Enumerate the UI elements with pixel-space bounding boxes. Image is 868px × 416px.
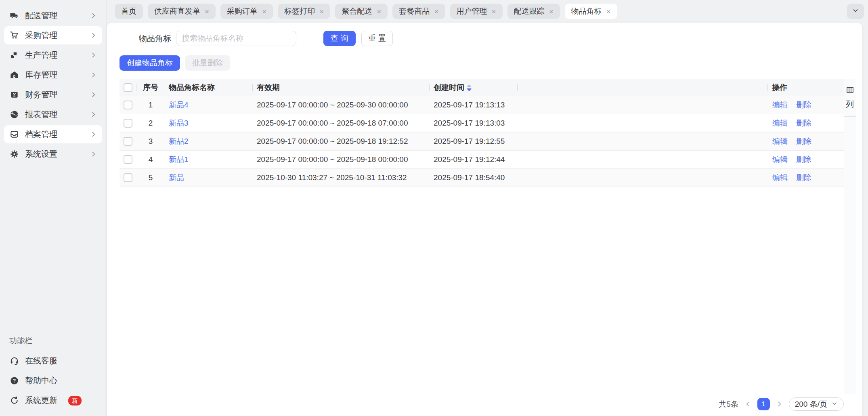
close-icon[interactable]: × — [205, 8, 209, 15]
tab-combo-products[interactable]: 套餐商品 × — [392, 4, 445, 19]
column-settings-label[interactable]: 列 — [846, 99, 854, 110]
row-validity: 2025-09-17 00:00:00 ~ 2025-09-18 00:00:0… — [253, 151, 430, 168]
tab-purchase-order[interactable]: 采购订单 × — [220, 4, 273, 19]
edit-link[interactable]: 编辑 — [772, 154, 788, 165]
tab-label: 聚合配送 — [342, 6, 372, 17]
item-name-link[interactable]: 新品3 — [169, 118, 189, 128]
item-name-link[interactable]: 新品1 — [169, 154, 189, 165]
row-ops: 编辑 删除 — [768, 169, 844, 187]
sidebar-item-online-service[interactable]: 在线客服 — [4, 352, 102, 370]
sidebar-item-production[interactable]: 生产管理 — [4, 46, 102, 64]
row-created: 2025-09-17 19:13:03 — [430, 114, 518, 132]
chevron-down-icon — [852, 7, 859, 16]
search-input[interactable] — [176, 31, 296, 46]
header-created-label: 创建时间 — [434, 82, 464, 93]
header-index: 序号 — [136, 79, 165, 96]
row-checkbox[interactable] — [124, 119, 132, 128]
sort-asc-icon[interactable] — [467, 84, 472, 87]
sidebar-item-delivery[interactable]: 配送管理 — [4, 6, 102, 25]
close-icon[interactable]: × — [434, 8, 438, 15]
header-blank — [518, 79, 768, 96]
sidebar-item-reports[interactable]: 报表管理 — [4, 105, 102, 124]
row-checkbox-cell — [120, 151, 136, 168]
next-page-button[interactable] — [776, 401, 783, 408]
sidebar-item-settings[interactable]: 系统设置 — [4, 145, 102, 163]
close-icon[interactable]: × — [377, 8, 381, 15]
item-name-link[interactable]: 新品2 — [169, 136, 189, 147]
edit-link[interactable]: 编辑 — [772, 100, 788, 110]
select-all-checkbox[interactable] — [124, 83, 132, 92]
edit-link[interactable]: 编辑 — [772, 136, 788, 147]
sort-desc-icon[interactable] — [467, 88, 472, 91]
query-button[interactable]: 查询 — [323, 31, 356, 46]
sidebar-item-label: 财务管理 — [25, 89, 57, 100]
sidebar-item-inventory[interactable]: 库存管理 — [4, 66, 102, 84]
tab-aggregate-delivery[interactable]: 聚合配送 × — [335, 4, 388, 19]
row-blank — [518, 169, 768, 187]
page-size-select[interactable]: 200 条/页 — [789, 397, 844, 411]
delete-link[interactable]: 删除 — [796, 100, 811, 110]
chevron-right-icon — [90, 131, 97, 138]
row-ops: 编辑 删除 — [768, 132, 844, 150]
edit-link[interactable]: 编辑 — [772, 172, 788, 183]
chevron-right-icon — [90, 151, 97, 158]
function-bar-title: 功能栏 — [4, 336, 102, 346]
columns-icon[interactable] — [846, 86, 854, 96]
archive-icon — [9, 130, 19, 139]
money-icon — [9, 90, 19, 100]
sidebar-item-help-center[interactable]: ? 帮助中心 — [4, 372, 102, 390]
row-blank — [518, 151, 768, 168]
sidebar-item-finance[interactable]: 财务管理 — [4, 86, 102, 104]
close-icon[interactable]: × — [492, 8, 496, 15]
main-panel: 物品角标 查询 重置 创建物品角标 批量删除 序号 物品角标名称 有效期 创建时… — [107, 23, 862, 416]
row-checkbox[interactable] — [124, 173, 132, 182]
chevron-right-icon — [90, 91, 97, 98]
close-icon[interactable]: × — [606, 8, 611, 15]
row-blank — [518, 114, 768, 132]
tab-home[interactable]: 首页 — [115, 4, 143, 19]
tabbar-collapse-button[interactable] — [847, 4, 864, 19]
row-checkbox[interactable] — [124, 137, 132, 146]
close-icon[interactable]: × — [549, 8, 554, 15]
sidebar-item-label: 报表管理 — [25, 109, 57, 120]
chevron-right-icon — [90, 71, 97, 78]
sort-control[interactable] — [467, 84, 472, 91]
tab-item-badge[interactable]: 物品角标 × — [565, 4, 617, 19]
tab-bar: 首页 供应商直发单 × 采购订单 × 标签打印 × 聚合配送 × 套餐商品 × … — [107, 0, 868, 23]
batch-delete-button[interactable]: 批量删除 — [185, 55, 230, 71]
sidebar-item-purchase[interactable]: 采购管理 — [4, 26, 102, 44]
table-row: 2 新品3 2025-09-17 00:00:00 ~ 2025-09-18 0… — [120, 114, 844, 132]
tab-supplier-direct-order[interactable]: 供应商直发单 × — [148, 4, 216, 19]
item-name-link[interactable]: 新品4 — [169, 100, 189, 110]
row-checkbox-cell — [120, 169, 136, 187]
delete-link[interactable]: 删除 — [796, 154, 811, 165]
item-name-link[interactable]: 新品 — [169, 172, 184, 183]
tab-label-print[interactable]: 标签打印 × — [278, 4, 330, 19]
sidebar-item-label: 系统设置 — [25, 149, 57, 160]
sidebar-item-system-update[interactable]: 系统更新 新 — [4, 391, 102, 410]
row-index: 1 — [136, 96, 165, 114]
row-checkbox[interactable] — [124, 101, 132, 109]
delete-link[interactable]: 删除 — [796, 136, 811, 147]
close-icon[interactable]: × — [262, 8, 266, 15]
close-icon[interactable]: × — [319, 8, 324, 15]
row-checkbox[interactable] — [124, 155, 132, 164]
delete-link[interactable]: 删除 — [796, 172, 811, 183]
delete-link[interactable]: 删除 — [796, 118, 811, 128]
tab-label: 标签打印 — [284, 6, 315, 17]
reset-button[interactable]: 重置 — [361, 31, 393, 46]
new-badge: 新 — [68, 396, 82, 405]
edit-link[interactable]: 编辑 — [772, 118, 788, 128]
row-checkbox-cell — [120, 114, 136, 132]
tab-delivery-tracking[interactable]: 配送跟踪 × — [507, 4, 560, 19]
tab-label: 套餐商品 — [399, 6, 430, 17]
row-checkbox-cell — [120, 96, 136, 114]
row-index: 4 — [136, 151, 165, 168]
row-name-cell: 新品 — [165, 169, 253, 187]
create-item-badge-button[interactable]: 创建物品角标 — [120, 55, 180, 71]
prev-page-button[interactable] — [744, 401, 751, 408]
table-row: 4 新品1 2025-09-17 00:00:00 ~ 2025-09-18 0… — [120, 151, 844, 169]
page-number-button[interactable]: 1 — [757, 398, 770, 410]
tab-user-management[interactable]: 用户管理 × — [450, 4, 503, 19]
sidebar-item-archives[interactable]: 档案管理 — [4, 125, 102, 143]
